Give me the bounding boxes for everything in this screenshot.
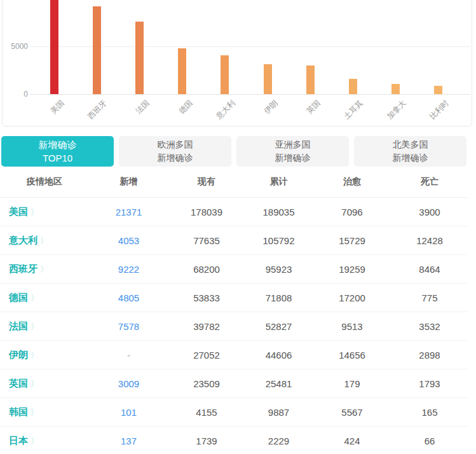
deaths-value: 165 [391, 407, 468, 418]
table-header-row: 疫情地区 新增 现有 累计 治愈 死亡 [0, 167, 468, 198]
table-row[interactable]: 德国〉 4805 53833 71808 17200 775 [0, 284, 468, 312]
region-link[interactable]: 日本〉 [0, 435, 89, 447]
bar-加拿大 [391, 84, 400, 94]
table-row[interactable]: 法国〉 7578 39782 52827 9513 3532 [0, 312, 468, 341]
region-link[interactable]: 德国〉 [0, 292, 89, 304]
cured-value: 179 [313, 378, 391, 389]
current-cases-value: 39782 [168, 321, 245, 332]
chevron-right-icon: 〉 [31, 350, 39, 360]
tab-label: 新增确诊 [236, 151, 349, 165]
deaths-value: 775 [391, 292, 468, 303]
total-cases-value: 25481 [245, 378, 313, 389]
total-cases-value: 71808 [245, 292, 313, 303]
col-header-deaths: 死亡 [391, 176, 468, 188]
table-row[interactable]: 西班牙〉 9222 68200 95923 19259 8464 [0, 255, 468, 284]
table-row[interactable]: 美国〉 21371 178039 189035 7096 3900 [0, 198, 468, 226]
bar-伊朗 [264, 64, 272, 94]
bar-英国 [306, 65, 315, 94]
cured-value: 19259 [313, 264, 391, 275]
col-header-current: 现有 [168, 176, 245, 188]
bar-土耳其 [349, 79, 357, 94]
table-row[interactable]: 伊朗〉 - 27052 44606 14656 2898 [0, 341, 468, 369]
new-cases-value[interactable]: 21371 [89, 207, 168, 217]
col-header-region: 疫情地区 [0, 176, 89, 188]
new-cases-value: - [89, 350, 168, 361]
total-cases-value: 52827 [245, 321, 313, 332]
tab-label: 新增确诊 [119, 151, 231, 165]
cured-value: 15729 [313, 235, 391, 246]
bar-比利时 [434, 86, 442, 94]
new-cases-bar-chart: 美国西班牙法国德国意大利伊朗英国土耳其加拿大比利时 05000 [0, 0, 476, 132]
col-header-total: 累计 [245, 176, 313, 188]
region-link[interactable]: 韩国〉 [0, 406, 89, 418]
chevron-right-icon: 〉 [31, 379, 39, 389]
current-cases-value: 1739 [168, 436, 245, 446]
tab-asia-new[interactable]: 亚洲多国 新增确诊 [236, 136, 349, 167]
tab-label: 新增确诊 [354, 151, 466, 165]
bar-西班牙 [93, 6, 101, 94]
deaths-value: 3900 [391, 207, 468, 217]
chevron-right-icon: 〉 [40, 236, 48, 245]
current-cases-value: 178039 [168, 207, 245, 217]
col-header-cured: 治愈 [313, 176, 391, 188]
region-link[interactable]: 伊朗〉 [0, 349, 89, 361]
deaths-value: 66 [391, 436, 468, 446]
y-axis-tick-label: 5000 [3, 42, 28, 51]
cured-value: 14656 [313, 350, 391, 361]
tab-north-america-new[interactable]: 北美多国 新增确诊 [354, 136, 466, 167]
table-row[interactable]: 意大利〉 4053 77635 105792 15729 12428 [0, 226, 468, 255]
tab-bar: 新增确诊 TOP10 欧洲多国 新增确诊 亚洲多国 新增确诊 北美多国 新增确诊 [0, 132, 476, 167]
chevron-right-icon: 〉 [31, 207, 39, 217]
bar-法国 [135, 22, 144, 94]
new-cases-value[interactable]: 4053 [89, 235, 168, 246]
chevron-right-icon: 〉 [31, 436, 39, 446]
new-cases-value[interactable]: 9222 [89, 264, 168, 275]
new-cases-value[interactable]: 4805 [89, 292, 168, 303]
new-cases-value[interactable]: 7578 [89, 321, 168, 332]
region-link[interactable]: 英国〉 [0, 378, 89, 390]
x-axis-line [31, 94, 470, 95]
deaths-value: 1793 [391, 378, 468, 389]
current-cases-value: 23509 [168, 378, 245, 389]
region-link[interactable]: 法国〉 [0, 320, 89, 333]
deaths-value: 8464 [391, 264, 468, 275]
bar-德国 [178, 48, 186, 94]
table-row[interactable]: 日本〉 137 1739 2229 424 66 [0, 427, 468, 454]
y-axis-tick-label: 0 [3, 90, 28, 99]
total-cases-value: 105792 [245, 235, 313, 246]
tab-europe-new[interactable]: 欧洲多国 新增确诊 [119, 136, 231, 167]
bar-美国 [50, 0, 58, 94]
tab-label: TOP10 [1, 151, 114, 165]
new-cases-value[interactable]: 3009 [89, 378, 168, 389]
tab-label: 亚洲多国 [236, 138, 349, 151]
cured-value: 17200 [313, 292, 391, 303]
region-link[interactable]: 意大利〉 [0, 235, 89, 247]
deaths-value: 12428 [391, 235, 468, 246]
table-body: 美国〉 21371 178039 189035 7096 3900 意大利〉 4… [0, 198, 468, 454]
deaths-value: 2898 [391, 350, 468, 361]
new-cases-value[interactable]: 137 [89, 436, 168, 446]
cured-value: 424 [313, 436, 391, 446]
col-header-new: 新增 [89, 176, 168, 188]
region-link[interactable]: 西班牙〉 [0, 263, 89, 275]
chevron-right-icon: 〉 [31, 408, 39, 417]
current-cases-value: 68200 [168, 264, 245, 275]
table-row[interactable]: 英国〉 3009 23509 25481 179 1793 [0, 369, 468, 398]
tab-label: 欧洲多国 [119, 138, 231, 151]
total-cases-value: 95923 [245, 264, 313, 275]
tab-label: 北美多国 [354, 138, 466, 151]
chevron-right-icon: 〉 [40, 265, 48, 274]
current-cases-value: 27052 [168, 350, 245, 361]
region-link[interactable]: 美国〉 [0, 206, 89, 218]
total-cases-value: 2229 [245, 436, 313, 446]
epidemic-table: 疫情地区 新增 现有 累计 治愈 死亡 美国〉 21371 178039 189… [0, 167, 468, 454]
current-cases-value: 4155 [168, 407, 245, 418]
chevron-right-icon: 〉 [31, 293, 39, 303]
chevron-right-icon: 〉 [31, 322, 39, 331]
table-row[interactable]: 韩国〉 101 4155 9887 5567 165 [0, 398, 468, 427]
new-cases-value[interactable]: 101 [89, 407, 168, 418]
tab-new-top10[interactable]: 新增确诊 TOP10 [1, 136, 114, 167]
cured-value: 5567 [313, 407, 391, 418]
total-cases-value: 9887 [245, 407, 313, 418]
deaths-value: 3532 [391, 321, 468, 332]
